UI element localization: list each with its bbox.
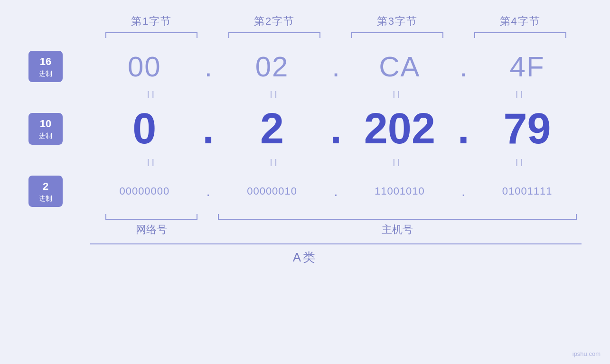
network-bracket-cell (90, 214, 213, 220)
column-headers: 第1字节 第2字节 第3字节 第4字节 (28, 14, 582, 28)
top-bracket-4 (459, 32, 582, 38)
hex-dot-3: . (454, 50, 473, 83)
top-bracket-3 (336, 32, 459, 38)
eq2-col1: II (90, 157, 213, 169)
hex-val-4: 4F (473, 50, 582, 83)
hex-val-2: 02 (218, 50, 327, 83)
host-label: 主机号 (213, 223, 582, 237)
hex-val-1: 00 (90, 50, 199, 83)
hex-row: 16 进制 00 . 02 . CA . 4F (28, 47, 582, 85)
network-label: 网络号 (90, 223, 213, 237)
hex-dot-2: . (327, 50, 346, 83)
watermark: ipshu.com (572, 350, 601, 357)
bin-badge: 2 进制 (28, 176, 63, 207)
bin-dot-1: . (199, 183, 218, 199)
dec-label: 10 进制 (28, 113, 90, 144)
bin-dot-3: . (454, 183, 473, 199)
bin-row: 2 进制 00000000 . 00000010 . 11001010 . 01… (28, 172, 582, 210)
bin-dot-2: . (327, 183, 346, 199)
eq2-col4: II (459, 157, 582, 169)
top-bracket-2 (213, 32, 336, 38)
dec-dot-2: . (327, 104, 346, 153)
eq2-col3: II (336, 157, 459, 169)
host-bracket-cell (213, 214, 582, 220)
hex-dot-1: . (199, 50, 218, 83)
eq1-col4: II (459, 89, 582, 101)
bottom-labels: 网络号 主机号 (28, 223, 582, 237)
bin-val-4: 01001111 (473, 185, 582, 197)
equals-row-2: II II II II (28, 153, 582, 172)
eq1-col2: II (213, 89, 336, 101)
dec-val-3: 202 (346, 104, 454, 153)
eq2-col2: II (213, 157, 336, 169)
dec-val-4: 79 (473, 104, 582, 153)
hex-values: 00 . 02 . CA . 4F (90, 50, 582, 83)
dec-dot-3: . (454, 104, 473, 153)
dec-val-2: 2 (218, 104, 327, 153)
top-brackets (28, 32, 582, 38)
bin-val-1: 00000000 (90, 185, 199, 197)
dec-dot-1: . (199, 104, 218, 153)
col-header-2: 第2字节 (213, 14, 336, 28)
dec-val-1: 0 (90, 104, 199, 153)
bin-label: 2 进制 (28, 176, 90, 207)
footer-line (90, 243, 582, 244)
dec-values: 0 . 2 . 202 . 79 (90, 104, 582, 153)
eq1-col3: II (336, 89, 459, 101)
bin-values: 00000000 . 00000010 . 11001010 . 0100111… (90, 183, 582, 199)
top-bracket-1 (90, 32, 213, 38)
hex-badge: 16 进制 (28, 51, 63, 82)
bin-val-3: 11001010 (346, 185, 454, 197)
bottom-brackets (28, 214, 582, 220)
class-label: A类 (293, 249, 317, 266)
hex-val-3: CA (346, 50, 454, 83)
col-header-1: 第1字节 (90, 14, 213, 28)
bin-val-2: 00000010 (218, 185, 327, 197)
hex-label: 16 进制 (28, 51, 90, 82)
col-header-3: 第3字节 (336, 14, 459, 28)
eq1-col1: II (90, 89, 213, 101)
dec-badge: 10 进制 (28, 113, 63, 144)
equals-row-1: II II II II (28, 85, 582, 104)
main-container: 第1字节 第2字节 第3字节 第4字节 16 进制 00 (0, 0, 610, 364)
dec-row: 10 进制 0 . 2 . 202 . 79 (28, 104, 582, 153)
col-header-4: 第4字节 (459, 14, 582, 28)
